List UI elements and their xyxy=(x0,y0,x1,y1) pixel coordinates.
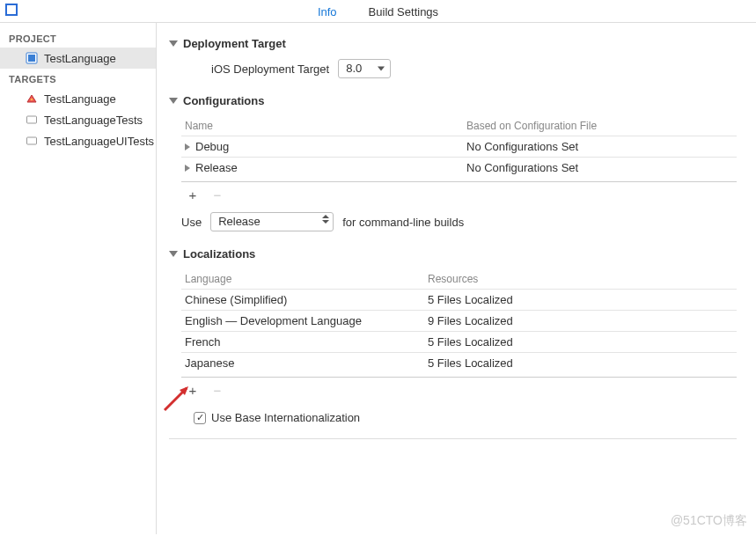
bundle-icon xyxy=(25,113,39,127)
svg-rect-3 xyxy=(27,116,37,123)
project-sidebar: PROJECT TestLanguage TARGETS TestLanguag… xyxy=(0,23,157,534)
section-localizations: Localizations Language Resources Chinese… xyxy=(169,247,737,439)
sidebar-header-project: PROJECT xyxy=(0,28,156,48)
locale-row[interactable]: Japanese 5 Files Localized xyxy=(181,352,737,373)
project-square-icon xyxy=(5,4,18,16)
xcodeproj-icon xyxy=(25,51,39,65)
section-title: Localizations xyxy=(183,247,255,261)
svg-rect-4 xyxy=(27,137,37,144)
remove-locale-button[interactable]: − xyxy=(211,385,224,397)
locale-res: 5 Files Localized xyxy=(428,293,737,306)
locale-lang: English — Development Language xyxy=(181,314,428,327)
add-locale-button[interactable]: + xyxy=(187,385,199,397)
sidebar-item-label: TestLanguageTests xyxy=(44,114,143,127)
sidebar-item-project[interactable]: TestLanguage xyxy=(0,48,156,69)
base-i18n-checkbox[interactable]: ✓ xyxy=(194,412,206,424)
config-based: No Configurations Set xyxy=(466,161,737,174)
use-config-select[interactable]: Release xyxy=(210,212,334,231)
remove-config-button[interactable]: − xyxy=(211,189,224,202)
section-deployment-target: Deployment Target iOS Deployment Target … xyxy=(169,37,737,78)
locale-row[interactable]: French 5 Files Localized xyxy=(181,331,737,352)
config-name: Release xyxy=(195,161,238,174)
col-header-name: Name xyxy=(181,120,466,132)
select-value: Release xyxy=(218,215,261,228)
disclosure-icon[interactable] xyxy=(169,98,178,104)
section-title: Configurations xyxy=(183,94,264,107)
watermark: @51CTO博客 xyxy=(671,513,747,529)
config-row[interactable]: Release No Configurations Set xyxy=(181,157,737,178)
disclosure-icon[interactable] xyxy=(169,251,178,257)
col-header-language: Language xyxy=(181,273,428,285)
stepper-icon xyxy=(322,215,329,224)
sidebar-header-targets: TARGETS xyxy=(0,69,156,88)
app-icon xyxy=(25,92,39,106)
add-config-button[interactable]: + xyxy=(187,189,199,202)
use-label: Use xyxy=(181,216,202,229)
use-suffix: for command-line builds xyxy=(342,216,464,229)
ios-deployment-select[interactable]: 8.0 xyxy=(338,59,391,78)
locale-res: 9 Files Localized xyxy=(428,314,737,327)
svg-point-2 xyxy=(31,99,33,101)
sidebar-item-label: TestLanguage xyxy=(44,92,116,106)
tab-build-settings[interactable]: Build Settings xyxy=(369,5,439,18)
col-header-resources: Resources xyxy=(428,273,737,285)
locale-row[interactable]: Chinese (Simplified) 5 Files Localized xyxy=(181,289,737,310)
config-name: Debug xyxy=(195,140,229,153)
editor-tabs: Info Build Settings xyxy=(0,0,756,23)
locale-lang: Chinese (Simplified) xyxy=(181,293,428,306)
section-configurations: Configurations Name Based on Configurati… xyxy=(169,94,737,231)
disclosure-right-icon[interactable] xyxy=(185,165,190,172)
disclosure-right-icon[interactable] xyxy=(185,143,190,151)
sidebar-item-target-tests[interactable]: TestLanguageTests xyxy=(0,109,156,130)
col-header-based: Based on Configuration File xyxy=(466,120,737,132)
sidebar-item-label: TestLanguage xyxy=(44,52,116,65)
locale-lang: Japanese xyxy=(181,356,428,370)
locale-lang: French xyxy=(181,335,428,349)
sidebar-item-label: TestLanguageUITests xyxy=(44,135,154,148)
sidebar-item-target-uitests[interactable]: TestLanguageUITests xyxy=(0,130,156,151)
config-based: No Configurations Set xyxy=(466,140,737,153)
base-i18n-label: Use Base Internationalization xyxy=(211,411,360,424)
disclosure-icon[interactable] xyxy=(169,40,178,47)
locale-res: 5 Files Localized xyxy=(428,356,737,370)
section-title: Deployment Target xyxy=(183,37,286,50)
svg-rect-1 xyxy=(28,55,35,62)
sidebar-item-target-app[interactable]: TestLanguage xyxy=(0,88,156,109)
ios-deployment-label: iOS Deployment Target xyxy=(211,62,329,76)
tab-info[interactable]: Info xyxy=(318,5,337,18)
locale-res: 5 Files Localized xyxy=(428,335,737,349)
bundle-icon xyxy=(25,134,39,148)
select-value: 8.0 xyxy=(346,62,362,75)
config-row[interactable]: Debug No Configurations Set xyxy=(181,136,737,157)
locale-row[interactable]: English — Development Language 9 Files L… xyxy=(181,310,737,331)
chevron-down-icon xyxy=(378,67,385,71)
